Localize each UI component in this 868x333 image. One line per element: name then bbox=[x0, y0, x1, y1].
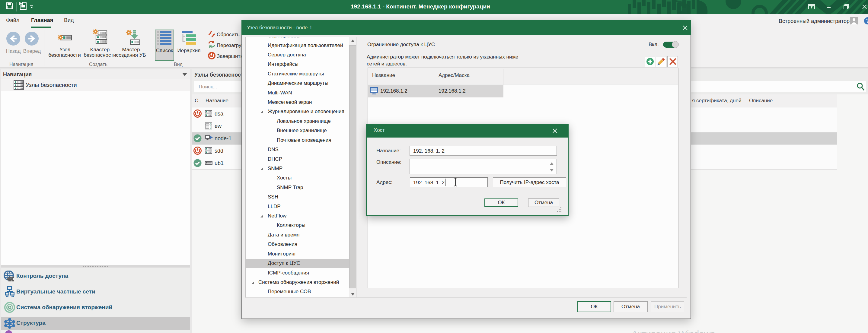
svg-text:?: ? bbox=[866, 18, 868, 24]
